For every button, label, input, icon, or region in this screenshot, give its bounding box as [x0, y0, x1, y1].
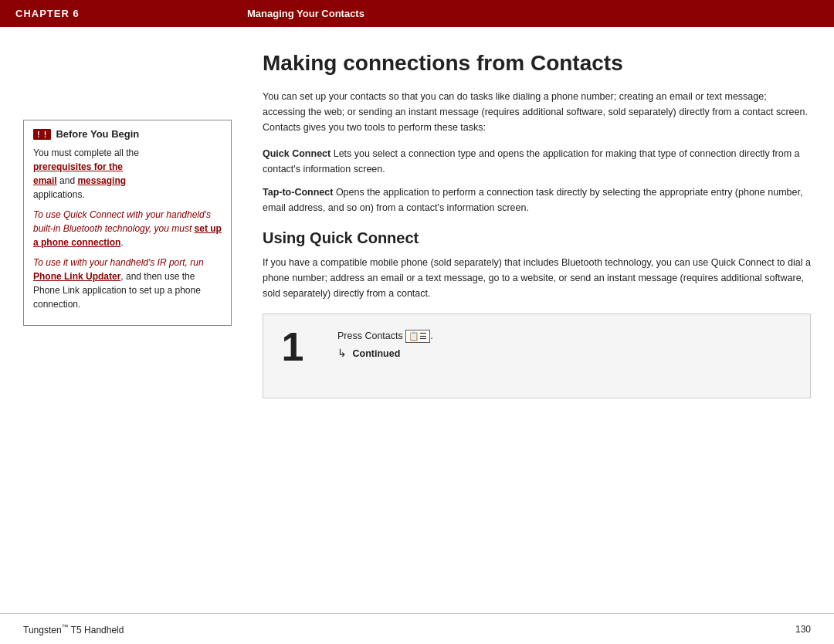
term2-label: Tap-to-Connect: [263, 187, 333, 198]
trademark-symbol: ™: [62, 623, 69, 631]
sidebar-before-you-begin-box: ! ! Before You Begin You must complete a…: [23, 120, 232, 326]
brand-text: Tungsten: [23, 625, 62, 636]
intro-paragraph: You can set up your contacts so that you…: [263, 89, 811, 135]
term1-desc: Lets you select a connection type and op…: [263, 148, 800, 175]
sidebar-para2: To use Quick Connect with your handheld'…: [33, 208, 222, 249]
sidebar-para1: You must complete all the prerequisites …: [33, 146, 222, 202]
page-content: Making connections from Contacts You can…: [247, 50, 811, 613]
brand-model: T5 Handheld: [69, 625, 124, 636]
header-section-title: Managing Your Contacts: [247, 8, 364, 19]
sidebar-apps: applications.: [33, 189, 85, 200]
term1-line: Quick Connect Lets you select a connecti…: [263, 146, 811, 177]
sidebar-body: You must complete all the prerequisites …: [33, 146, 222, 311]
messaging-link[interactable]: messaging: [77, 175, 126, 186]
continued-arrow-icon: ↳: [337, 347, 347, 359]
sidebar-para3: To use it with your handheld's IR port, …: [33, 256, 222, 311]
contacts-icon: 📋☰: [405, 330, 430, 343]
step1-box: 1 Press Contacts 📋☰. ↳ Continued: [263, 314, 811, 398]
sidebar-para2-end: .: [120, 237, 123, 248]
continued-label: Continued: [352, 348, 400, 359]
phone-link-updater-link[interactable]: Phone Link Updater: [33, 271, 120, 282]
sidebar-para3-text: To use it with your handheld's IR port, …: [33, 257, 204, 268]
sidebar: ! ! Before You Begin You must complete a…: [23, 50, 247, 613]
sidebar-box-header: ! ! Before You Begin: [33, 128, 222, 140]
term2-line: Tap-to-Connect Opens the application to …: [263, 185, 811, 215]
section-body: If you have a compatible mobile phone (s…: [263, 255, 811, 301]
main-content: ! ! Before You Begin You must complete a…: [0, 27, 834, 613]
step1-number: 1: [263, 314, 325, 379]
page-number: 130: [795, 624, 811, 635]
section-title-quick-connect: Using Quick Connect: [263, 229, 811, 247]
page-title: Making connections from Contacts: [263, 50, 811, 76]
before-you-begin-title: Before You Begin: [56, 128, 139, 140]
term2-desc: Opens the application to perform a conne…: [263, 187, 802, 213]
sidebar-line1: You must complete all the: [33, 147, 139, 158]
step1-continued-line: ↳ Continued: [337, 344, 798, 363]
step1-content: Press Contacts 📋☰. ↳ Continued: [325, 314, 810, 377]
step1-text: Press Contacts: [337, 330, 403, 341]
chapter-label: CHAPTER 6: [15, 8, 247, 19]
footer: Tungsten™ T5 Handheld 130: [0, 613, 834, 644]
footer-brand: Tungsten™ T5 Handheld: [23, 623, 124, 636]
exclamation-icon: ! !: [33, 129, 51, 140]
term1-label: Quick Connect: [263, 148, 331, 159]
step1-instruction: Press Contacts 📋☰.: [337, 328, 798, 344]
sidebar-para2-text: To use Quick Connect with your handheld'…: [33, 209, 211, 234]
sidebar-and: and: [59, 175, 77, 186]
header-bar: CHAPTER 6 Managing Your Contacts: [0, 0, 834, 27]
